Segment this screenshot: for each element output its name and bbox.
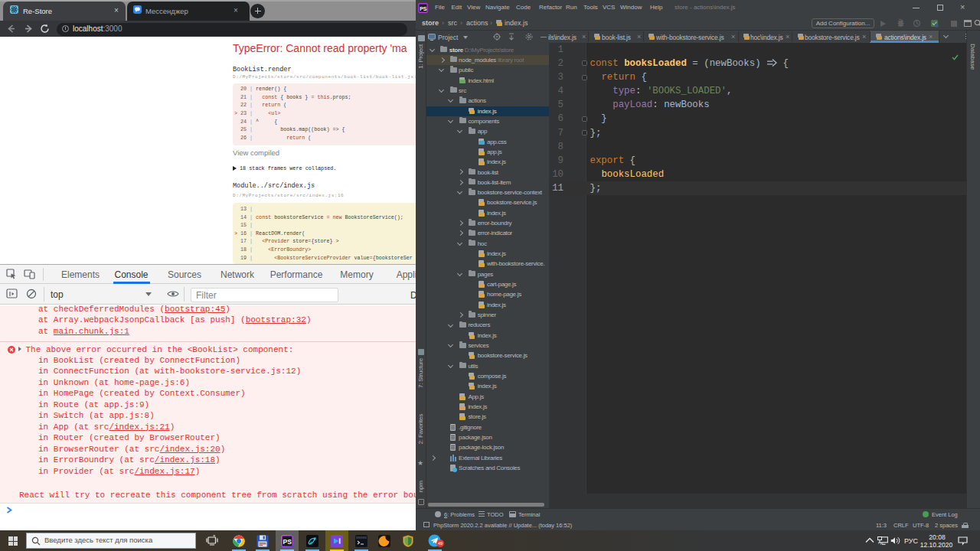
svg-text:PS: PS bbox=[283, 538, 292, 546]
svg-text:Pус: Pус bbox=[878, 541, 884, 545]
svg-text:PS: PS bbox=[420, 5, 427, 11]
